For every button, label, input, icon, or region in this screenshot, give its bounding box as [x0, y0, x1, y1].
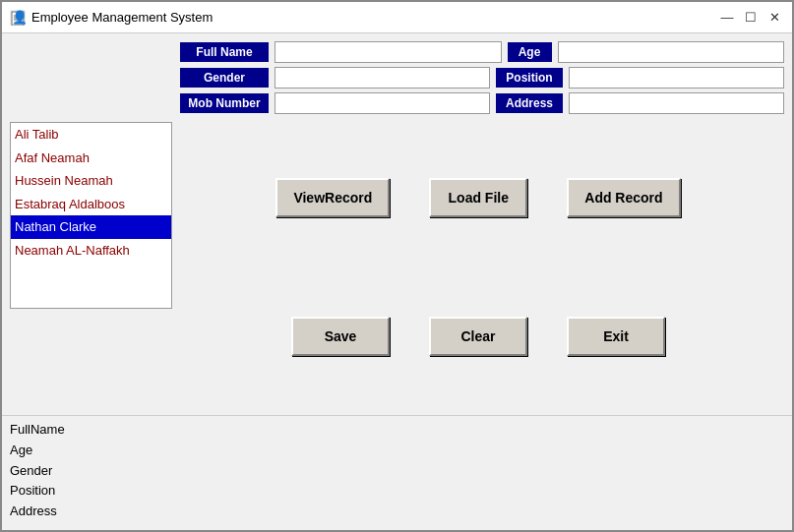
title-bar: 👤 Employee Management System — ☐ ✕ — [2, 2, 792, 33]
main-window: 👤 Employee Management System — ☐ ✕ Full … — [0, 0, 794, 532]
minimize-button[interactable]: — — [717, 8, 737, 28]
gender-row: Gender Position — [180, 67, 784, 89]
employee-list[interactable]: Ali TalibAfaf NeamahHussein NeamahEstabr… — [10, 122, 172, 309]
top-button-row: ViewRecord Load File Add Record — [275, 178, 680, 217]
window-title: Employee Management System — [31, 10, 213, 25]
status-age: Age — [10, 441, 784, 461]
left-panel-top — [10, 41, 172, 114]
add-record-button[interactable]: Add Record — [567, 178, 680, 217]
close-button[interactable]: ✕ — [764, 8, 784, 28]
status-address: Address — [10, 502, 784, 522]
buttons-section: ViewRecord Load File Add Record Save Cle… — [164, 118, 792, 415]
list-item[interactable]: Estabraq Aldalboos — [11, 193, 171, 216]
list-item[interactable]: Neamah AL-Naffakh — [11, 239, 171, 263]
list-item[interactable]: Afaf Neamah — [11, 147, 171, 170]
address-label: Address — [496, 93, 563, 113]
list-container: Ali TalibAfaf NeamahHussein NeamahEstabr… — [2, 118, 164, 415]
exit-button[interactable]: Exit — [567, 317, 665, 356]
status-fullname: FullName — [10, 420, 784, 441]
mob-input[interactable] — [275, 92, 490, 114]
form-area: Full Name Age Gender Position Mob Number — [180, 41, 784, 114]
title-bar-left: 👤 Employee Management System — [10, 10, 213, 26]
save-button[interactable]: Save — [291, 317, 390, 356]
age-label: Age — [508, 42, 552, 62]
fullname-row: Full Name Age — [180, 41, 784, 63]
load-file-button[interactable]: Load File — [429, 178, 527, 217]
svg-text:👤: 👤 — [12, 10, 26, 26]
content-area: Full Name Age Gender Position Mob Number — [2, 33, 792, 530]
app-icon: 👤 — [10, 10, 26, 26]
view-record-button[interactable]: ViewRecord — [275, 178, 390, 217]
position-input[interactable] — [569, 67, 784, 89]
mob-row: Mob Number Address — [180, 92, 784, 114]
gender-label: Gender — [180, 68, 269, 88]
status-position: Position — [10, 481, 784, 502]
age-input[interactable] — [558, 41, 785, 63]
position-label: Position — [496, 68, 563, 88]
list-item[interactable]: Ali Talib — [11, 123, 171, 147]
top-section: Full Name Age Gender Position Mob Number — [2, 33, 792, 118]
gender-input[interactable] — [275, 67, 490, 89]
list-item[interactable]: Nathan Clarke — [11, 215, 171, 239]
clear-button[interactable]: Clear — [429, 317, 527, 356]
fullname-input[interactable] — [275, 41, 502, 63]
bottom-button-row: Save Clear Exit — [291, 317, 665, 356]
address-input[interactable] — [569, 92, 784, 114]
fullname-label: Full Name — [180, 42, 269, 62]
window-controls: — ☐ ✕ — [717, 8, 784, 28]
mob-label: Mob Number — [180, 93, 269, 113]
main-area: Ali TalibAfaf NeamahHussein NeamahEstabr… — [2, 118, 792, 415]
maximize-button[interactable]: ☐ — [741, 8, 761, 28]
list-item[interactable]: Hussein Neamah — [11, 169, 171, 193]
status-section: FullName Age Gender Position Address — [2, 415, 792, 530]
status-gender: Gender — [10, 461, 784, 482]
